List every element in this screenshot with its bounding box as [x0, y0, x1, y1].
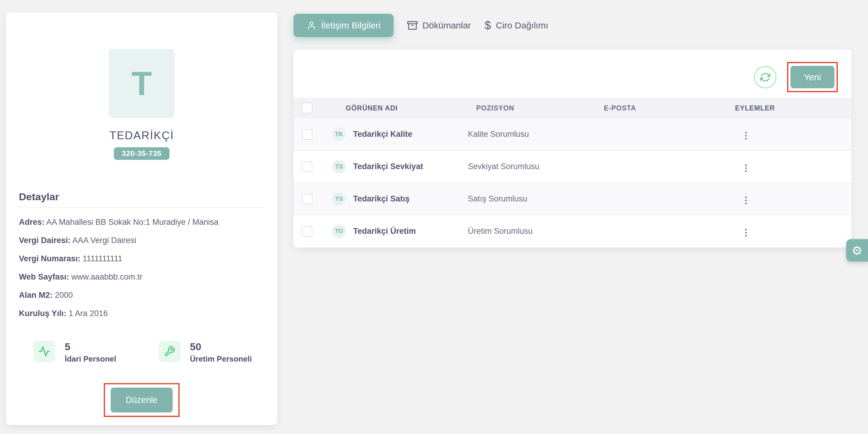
edit-button[interactable]: Düzenle	[111, 388, 173, 412]
tab-iletisim-bilgileri[interactable]: İletişim Bilgileri	[293, 14, 394, 37]
tab-label: Ciro Dağılımı	[496, 20, 548, 31]
new-button-annotation: Yeni	[787, 62, 838, 92]
detail-website: Web Sayfası: www.aaabbb.com.tr	[19, 273, 267, 281]
page: T TEDARİKÇİ 320-35-735 Detaylar Adres: A…	[0, 0, 868, 434]
contact-name: Tedarikçi Satış	[353, 194, 410, 203]
contact-name: Tedarikçi Sevkiyat	[353, 162, 423, 171]
wrench-icon	[159, 341, 180, 362]
detail-address: Adres: AA Mahallesi BB Sokak No:1 Muradi…	[19, 218, 267, 226]
row-actions-menu[interactable]	[742, 129, 750, 142]
refresh-icon	[760, 72, 770, 82]
contact-avatar: TÜ	[332, 225, 346, 238]
table-row: TS Tedarikçi Satış Satış Sorumlusu	[293, 182, 851, 215]
row-actions-menu[interactable]	[742, 226, 750, 239]
contact-name: Tedarikçi Üretim	[353, 227, 416, 236]
row-actions-menu[interactable]	[742, 194, 750, 207]
dollar-icon: $	[485, 20, 491, 31]
stat-value: 5	[65, 341, 116, 352]
contact-position: Üretim Sorumlusu	[468, 227, 604, 236]
contact-position: Kalite Sorumlusu	[468, 130, 604, 139]
select-all-checkbox[interactable]	[302, 103, 312, 113]
detail-tabs: İletişim Bilgileri Dökümanlar $ Ciro Dağ…	[293, 14, 548, 37]
settings-fab[interactable]: ⚙	[846, 239, 868, 262]
contact-position: Sevkiyat Sorumlusu	[468, 162, 604, 171]
row-actions-menu[interactable]	[742, 161, 750, 175]
table-row: TÜ Tedarikçi Üretim Üretim Sorumlusu	[293, 215, 851, 247]
header-eylemler: EYLEMLER	[735, 104, 851, 112]
tab-ciro-dagilimi[interactable]: $ Ciro Dağılımı	[485, 20, 548, 31]
contact-avatar: TS	[332, 192, 346, 206]
details-list: Adres: AA Mahallesi BB Sokak No:1 Muradi…	[19, 218, 267, 328]
gear-icon: ⚙	[852, 244, 863, 257]
contact-position: Satış Sorumlusu	[468, 194, 604, 203]
detail-area-m2: Alan M2: 2000	[19, 291, 267, 299]
detail-tax-number: Vergi Numarası: 1111111111	[19, 255, 267, 263]
contact-name: Tedarikçi Kalite	[353, 130, 412, 139]
header-pozisyon: POZISYON	[468, 104, 604, 112]
stat-label: Üretim Personeli	[190, 355, 252, 364]
header-gorunen-adi: GÖRÜNEN ADI	[332, 104, 468, 112]
contacts-panel: Yeni GÖRÜNEN ADI POZISYON E-POSTA EYLEML…	[293, 50, 851, 247]
details-heading: Detaylar	[19, 191, 59, 203]
header-e-posta: E-POSTA	[604, 104, 735, 112]
company-code-badge: 320-35-735	[114, 147, 170, 160]
company-avatar: T	[109, 49, 175, 118]
row-checkbox[interactable]	[302, 194, 312, 204]
stat-value: 50	[190, 341, 252, 352]
details-divider	[19, 207, 265, 208]
stat-label: İdari Personel	[65, 355, 116, 364]
staff-stats: 5 İdari Personel 50 Üretim Personeli	[6, 341, 277, 376]
tab-dokumanlar[interactable]: Dökümanlar	[407, 20, 471, 31]
panel-toolbar: Yeni	[293, 50, 851, 98]
row-checkbox[interactable]	[302, 226, 312, 237]
tab-label: İletişim Bilgileri	[321, 20, 380, 31]
row-checkbox[interactable]	[302, 161, 312, 172]
archive-icon	[407, 20, 417, 31]
company-avatar-letter: T	[131, 64, 152, 103]
table-header: GÖRÜNEN ADI POZISYON E-POSTA EYLEMLER	[293, 98, 851, 118]
table-row: TS Tedarikçi Sevkiyat Sevkiyat Sorumlusu	[293, 150, 851, 182]
row-checkbox[interactable]	[302, 129, 312, 140]
refresh-button[interactable]	[754, 66, 776, 88]
person-icon	[307, 21, 316, 30]
activity-icon	[34, 341, 55, 362]
edit-button-annotation: Düzenle	[104, 383, 180, 417]
tab-label: Dökümanlar	[422, 20, 471, 31]
supplier-profile-card: T TEDARİKÇİ 320-35-735 Detaylar Adres: A…	[6, 12, 277, 425]
contact-avatar: TS	[332, 160, 346, 174]
detail-founding-year: Kuruluş Yılı: 1 Ara 2016	[19, 309, 267, 318]
detail-tax-office: Vergi Dairesi: AAA Vergi Dairesi	[19, 236, 267, 244]
table-row: TK Tedarikçi Kalite Kalite Sorumlusu	[293, 118, 851, 150]
contact-avatar: TK	[332, 128, 346, 141]
company-name: TEDARİKÇİ	[6, 129, 277, 142]
new-button[interactable]: Yeni	[790, 66, 834, 88]
stat-production-staff: 50 Üretim Personeli	[159, 341, 252, 364]
stat-admin-staff: 5 İdari Personel	[34, 341, 116, 364]
